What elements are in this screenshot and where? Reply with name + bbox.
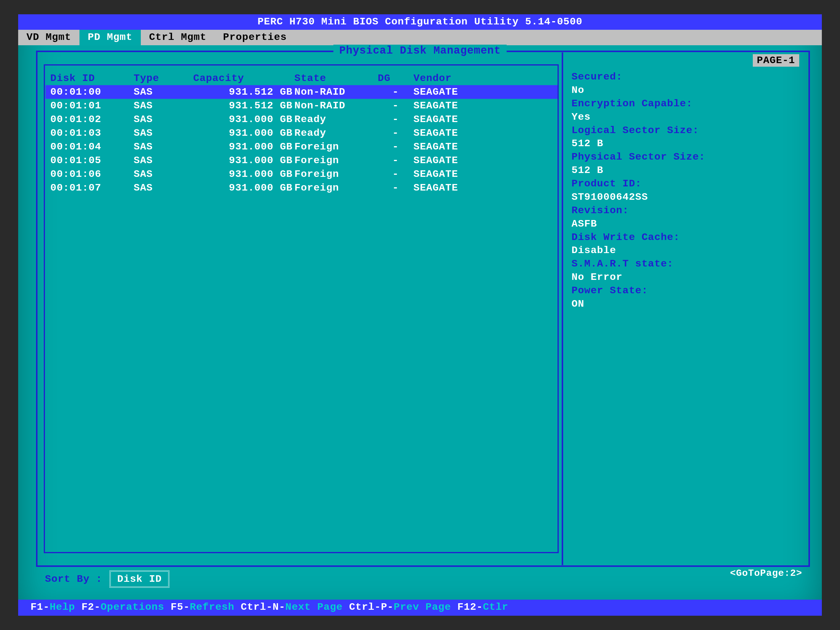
disk-list-pane: Disk ID Type Capacity State DG Vendor 00… (38, 52, 562, 565)
property-label: S.M.A.R.T state: (572, 257, 804, 271)
title-bar: PERC H730 Mini BIOS Configuration Utilit… (18, 14, 822, 30)
properties-list: Secured:NoEncryption Capable:YesLogical … (572, 70, 804, 311)
panel-title: Physical Disk Management (333, 45, 507, 57)
property-value: No (572, 84, 804, 97)
footer-hotkeys: F1-Help F2-Operations F5-Refresh Ctrl-N-… (18, 600, 822, 616)
tab-properties[interactable]: Properties (215, 30, 295, 45)
hotkey-desc: Prev Page (393, 602, 451, 613)
property-label: Revision: (572, 204, 804, 217)
property-label: Secured: (572, 70, 804, 84)
property-value: ON (572, 297, 804, 311)
disk-table-frame (44, 64, 559, 553)
property-value: ST91000642SS (572, 191, 804, 204)
property-label: Disk Write Cache: (572, 231, 804, 244)
property-value: Disable (572, 244, 804, 257)
hotkey: F2 (82, 602, 94, 613)
properties-pane: PAGE-1 Secured:NoEncryption Capable:YesL… (562, 52, 808, 565)
tab-ctrl-mgmt[interactable]: Ctrl Mgmt (141, 30, 215, 45)
property-label: Encryption Capable: (572, 97, 804, 111)
panel-title-wrap: Physical Disk Management (18, 45, 822, 57)
sort-row: Sort By : Disk ID (45, 570, 169, 588)
hotkey-desc: Next Page (286, 602, 343, 613)
work-area: Physical Disk Management Disk ID Type Ca… (18, 45, 822, 600)
property-label: Product ID: (572, 177, 804, 191)
sort-by-selector[interactable]: Disk ID (109, 570, 170, 588)
property-value: ASFB (572, 217, 804, 231)
goto-page-hint[interactable]: <GoToPage:2> (730, 568, 802, 579)
hotkey: F5 (171, 602, 183, 613)
property-label: Logical Sector Size: (572, 124, 804, 137)
split-layout: Disk ID Type Capacity State DG Vendor 00… (38, 52, 808, 565)
property-value: No Error (572, 271, 804, 284)
hotkey: Ctrl-P (349, 602, 387, 613)
property-label: Power State: (572, 284, 804, 297)
hotkey: F1 (30, 602, 43, 613)
hotkey: Ctrl-N (241, 602, 279, 613)
property-value: 512 B (572, 137, 804, 150)
hotkey-desc: Operations (101, 602, 164, 613)
sort-label: Sort By : (45, 573, 103, 585)
hotkey: F12 (458, 602, 477, 613)
app-title: PERC H730 Mini BIOS Configuration Utilit… (257, 16, 583, 27)
hotkey-desc: Ctlr (483, 602, 508, 613)
property-value: 512 B (572, 164, 804, 177)
tab-vd-mgmt[interactable]: VD Mgmt (18, 30, 79, 45)
hotkey-desc: Refresh (190, 602, 235, 613)
hotkey-desc: Help (50, 602, 75, 613)
bios-screen: PERC H730 Mini BIOS Configuration Utilit… (18, 14, 822, 616)
tab-bar: VD MgmtPD MgmtCtrl MgmtProperties (18, 30, 822, 45)
property-value: Yes (572, 111, 804, 124)
property-label: Physical Sector Size: (572, 150, 804, 164)
tab-pd-mgmt[interactable]: PD Mgmt (79, 30, 141, 45)
